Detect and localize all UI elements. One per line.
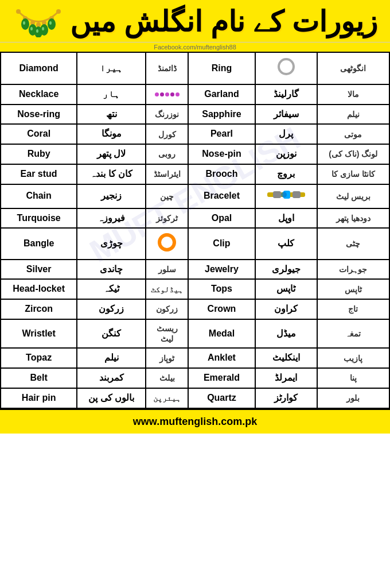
left-urdu1: زنجیر	[77, 184, 146, 208]
jewelry-table: MUFT ENGLISH Diamond ہیرا ڈائمنڈ Ring ان…	[0, 52, 390, 409]
table-row: Coral مونگا کورل Pearl پرل موتی	[1, 124, 389, 144]
left-english: Chain	[1, 184, 77, 208]
right-urdu1: اینکلیٹ	[255, 348, 317, 368]
right-urdu2: تاج	[317, 299, 389, 319]
right-urdu1: اوپل	[255, 208, 317, 229]
right-english: Emerald	[188, 368, 255, 388]
right-english: Tops	[188, 279, 255, 299]
svg-point-13	[30, 27, 33, 30]
svg-point-6	[56, 9, 61, 14]
right-urdu2: مالا	[317, 84, 389, 105]
left-urdu2-or-icon: ہیئرپن	[146, 388, 188, 408]
svg-point-7	[21, 18, 29, 30]
right-urdu2: نیلم	[317, 105, 389, 125]
left-urdu2-or-icon: روبی	[146, 144, 188, 164]
page-wrapper: زیورات کے نام انگلش میں Facebook.com/muf…	[0, 0, 390, 434]
left-english: Belt	[1, 368, 77, 388]
header: زیورات کے نام انگلش میں	[0, 0, 390, 42]
left-urdu1: ہار	[77, 84, 146, 105]
right-urdu2: ٹاپس	[317, 279, 389, 299]
left-english: Diamond	[1, 52, 77, 84]
right-english: Brooch	[188, 164, 255, 184]
left-urdu2-or-icon: ایئراسٹڈ	[146, 164, 188, 184]
left-urdu1: کنگن	[77, 319, 146, 348]
left-urdu2-or-icon: کورل	[146, 124, 188, 144]
svg-point-17	[279, 59, 294, 74]
svg-point-3	[36, 22, 41, 27]
right-english: Medal	[188, 319, 255, 348]
right-english: Opal	[188, 208, 255, 229]
left-urdu2-or-icon: ٹرکوئز	[146, 208, 188, 229]
right-english: Crown	[188, 299, 255, 319]
table-row: Zircon زرکون زرکون Crown کراون تاج	[1, 299, 389, 319]
right-urdu2: پنا	[317, 368, 389, 388]
right-urdu2: پازیب	[317, 348, 389, 368]
left-urdu1: چاندی	[77, 260, 146, 280]
left-urdu1: مونگا	[77, 124, 146, 144]
right-urdu2: تمغہ	[317, 319, 389, 348]
right-english: Ring	[188, 52, 255, 84]
right-urdu1: کراون	[255, 299, 317, 319]
svg-point-16	[49, 21, 52, 25]
table-row: Silver چاندی سلور Jewelry جیولری جوہرات	[1, 260, 389, 280]
left-english: Head-locket	[1, 279, 77, 299]
left-urdu2-or-icon: ڈائمنڈ	[146, 52, 188, 84]
left-english: Nose-ring	[1, 105, 77, 125]
right-urdu2: دودھیا پتھر	[317, 208, 389, 229]
left-urdu1: زرکون	[77, 299, 146, 319]
left-english: Topaz	[1, 348, 77, 368]
left-english: Ear stud	[1, 164, 77, 184]
right-english: Anklet	[188, 348, 255, 368]
svg-point-10	[40, 24, 48, 36]
right-urdu1: ٹاپس	[255, 279, 317, 299]
svg-point-0	[16, 9, 21, 14]
left-urdu1: بالوں کی پن	[77, 388, 146, 408]
vocabulary-table: Diamond ہیرا ڈائمنڈ Ring انگوٹھی Necklac…	[0, 52, 390, 409]
left-urdu2-or-icon	[146, 84, 188, 105]
left-english: Bangle	[1, 228, 77, 259]
header-title: زیورات کے نام انگلش میں	[70, 7, 377, 36]
left-urdu1: کمربند	[77, 368, 146, 388]
table-row: Wristlet کنگن ریسٹ لیٹ Medal میڈل تمغہ	[1, 319, 389, 348]
left-urdu1: نیلم	[77, 348, 146, 368]
svg-rect-19	[273, 191, 281, 198]
right-urdu1: جیولری	[255, 260, 317, 280]
right-urdu2: موتی	[317, 124, 389, 144]
right-english: Sapphire	[188, 105, 255, 125]
left-english: Necklace	[1, 84, 77, 105]
table-row: Ear stud کان کا بندہ ایئراسٹڈ Brooch برو…	[1, 164, 389, 184]
right-english: Jewelry	[188, 260, 255, 280]
left-english: Wristlet	[1, 319, 77, 348]
right-urdu1: پرل	[255, 124, 317, 144]
left-english: Coral	[1, 124, 77, 144]
right-urdu1: بروچ	[255, 164, 317, 184]
left-urdu1: فیروزہ	[77, 208, 146, 229]
left-urdu2-or-icon: زرکون	[146, 299, 188, 319]
svg-point-14	[36, 29, 38, 33]
right-urdu2: کانٹا سازی کا	[317, 164, 389, 184]
svg-point-15	[42, 27, 44, 30]
table-row: Head-locket ٹیکہ ہیڈلوکٹ Tops ٹاپس ٹاپس	[1, 279, 389, 299]
table-row: Bangle چوڑی Clip کلپ چٹی	[1, 228, 389, 259]
left-urdu2-or-icon: ریسٹ لیٹ	[146, 319, 188, 348]
svg-point-11	[48, 18, 56, 30]
table-row: Topaz نیلم ٹوپاز Anklet اینکلیٹ پازیب	[1, 348, 389, 368]
left-urdu1: نتھ	[77, 105, 146, 125]
right-urdu1: ایمرلڈ	[255, 368, 317, 388]
right-english: Nose-pin	[188, 144, 255, 164]
svg-point-12	[23, 21, 25, 25]
right-urdu2: لونگ (ناک کی)	[317, 144, 389, 164]
left-english: Ruby	[1, 144, 77, 164]
right-urdu2: چٹی	[317, 228, 389, 259]
left-urdu2-or-icon: ہیڈلوکٹ	[146, 279, 188, 299]
left-english: Hair pin	[1, 388, 77, 408]
right-urdu1: نوزپن	[255, 144, 317, 164]
table-row: Turquoise فیروزہ ٹرکوئز Opal اوپل دودھیا…	[1, 208, 389, 229]
necklace-decoration-icon	[13, 6, 64, 37]
right-english: Pearl	[188, 124, 255, 144]
right-urdu1	[255, 52, 317, 84]
left-urdu2-or-icon	[146, 228, 188, 259]
left-english: Zircon	[1, 299, 77, 319]
left-urdu1: چوڑی	[77, 228, 146, 259]
right-urdu1: گارلینڈ	[255, 84, 317, 105]
